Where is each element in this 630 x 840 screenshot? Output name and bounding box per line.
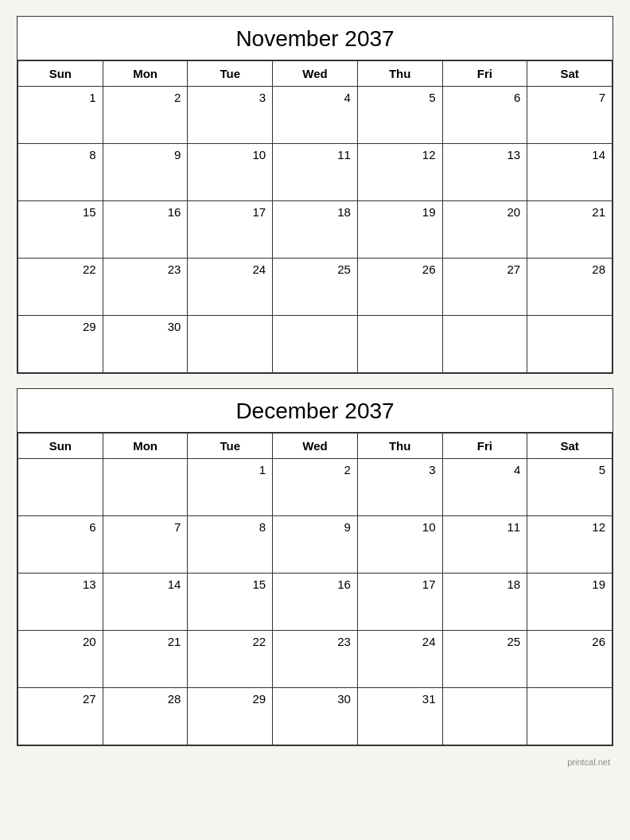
day-cell: 21	[527, 201, 612, 259]
day-cell	[442, 316, 527, 373]
day-cell: 12	[357, 144, 442, 201]
day-cell: 9	[103, 144, 188, 201]
day-cell: 19	[527, 574, 612, 631]
table-row: 22232425262728	[18, 259, 612, 316]
day-cell	[357, 316, 442, 373]
day-cell: 10	[188, 144, 273, 201]
day-cell: 22	[18, 259, 103, 316]
day-cell: 15	[18, 201, 103, 259]
day-cell	[527, 316, 612, 373]
day-cell	[188, 316, 273, 373]
december-table: Sun Mon Tue Wed Thu Fri Sat 123456789101…	[18, 433, 612, 745]
table-row: 2728293031	[18, 688, 612, 745]
day-cell: 2	[103, 87, 188, 144]
day-cell: 8	[18, 144, 103, 201]
day-cell: 12	[527, 516, 612, 574]
day-cell: 27	[18, 688, 103, 745]
day-cell: 4	[442, 459, 527, 516]
table-row: 13141516171819	[18, 574, 612, 631]
day-cell: 26	[527, 631, 612, 688]
day-cell: 13	[442, 144, 527, 201]
table-row: 20212223242526	[18, 631, 612, 688]
november-header-row: Sun Mon Tue Wed Thu Fri Sat	[18, 61, 612, 87]
nov-header-tue: Tue	[188, 61, 273, 87]
watermark: printcal.net	[17, 757, 613, 767]
day-cell: 7	[103, 516, 188, 574]
table-row: 891011121314	[18, 144, 612, 201]
dec-header-tue: Tue	[188, 434, 273, 459]
day-cell: 3	[357, 459, 442, 516]
dec-header-mon: Mon	[103, 434, 188, 459]
december-title: December 2037	[18, 389, 612, 433]
day-cell: 18	[273, 201, 358, 259]
day-cell	[273, 316, 358, 373]
nov-header-sun: Sun	[18, 61, 103, 87]
dec-header-sat: Sat	[527, 434, 612, 459]
day-cell: 15	[188, 574, 273, 631]
day-cell: 16	[103, 201, 188, 259]
november-calendar: November 2037 Sun Mon Tue Wed Thu Fri Sa…	[17, 16, 613, 374]
day-cell: 7	[527, 87, 612, 144]
day-cell	[442, 688, 527, 745]
day-cell: 27	[442, 259, 527, 316]
table-row: 1234567	[18, 87, 612, 144]
day-cell: 23	[273, 631, 358, 688]
day-cell: 19	[357, 201, 442, 259]
day-cell	[18, 459, 103, 516]
table-row: 15161718192021	[18, 201, 612, 259]
day-cell: 29	[18, 316, 103, 373]
day-cell: 1	[188, 459, 273, 516]
day-cell: 5	[357, 87, 442, 144]
nov-header-mon: Mon	[103, 61, 188, 87]
day-cell: 2	[273, 459, 358, 516]
day-cell: 18	[442, 574, 527, 631]
day-cell	[527, 688, 612, 745]
day-cell: 28	[103, 688, 188, 745]
day-cell: 6	[18, 516, 103, 574]
day-cell: 25	[273, 259, 358, 316]
day-cell: 20	[442, 201, 527, 259]
day-cell: 22	[188, 631, 273, 688]
nov-header-wed: Wed	[273, 61, 358, 87]
day-cell: 14	[527, 144, 612, 201]
dec-header-fri: Fri	[442, 434, 527, 459]
day-cell: 3	[188, 87, 273, 144]
day-cell: 17	[357, 574, 442, 631]
dec-header-wed: Wed	[273, 434, 358, 459]
day-cell: 10	[357, 516, 442, 574]
november-table: Sun Mon Tue Wed Thu Fri Sat 123456789101…	[18, 60, 612, 373]
december-calendar: December 2037 Sun Mon Tue Wed Thu Fri Sa…	[17, 388, 613, 746]
day-cell: 20	[18, 631, 103, 688]
day-cell: 30	[103, 316, 188, 373]
day-cell: 5	[527, 459, 612, 516]
nov-header-fri: Fri	[442, 61, 527, 87]
november-body: 1234567891011121314151617181920212223242…	[18, 87, 612, 373]
day-cell: 1	[18, 87, 103, 144]
day-cell: 13	[18, 574, 103, 631]
nov-header-sat: Sat	[527, 61, 612, 87]
day-cell: 4	[273, 87, 358, 144]
day-cell: 24	[357, 631, 442, 688]
day-cell: 28	[527, 259, 612, 316]
table-row: 6789101112	[18, 516, 612, 574]
day-cell	[103, 459, 188, 516]
nov-header-thu: Thu	[357, 61, 442, 87]
day-cell: 14	[103, 574, 188, 631]
dec-header-sun: Sun	[18, 434, 103, 459]
day-cell: 11	[442, 516, 527, 574]
day-cell: 24	[188, 259, 273, 316]
day-cell: 17	[188, 201, 273, 259]
dec-header-thu: Thu	[357, 434, 442, 459]
day-cell: 8	[188, 516, 273, 574]
table-row: 2930	[18, 316, 612, 373]
day-cell: 31	[357, 688, 442, 745]
day-cell: 6	[442, 87, 527, 144]
day-cell: 21	[103, 631, 188, 688]
day-cell: 11	[273, 144, 358, 201]
day-cell: 29	[188, 688, 273, 745]
day-cell: 16	[273, 574, 358, 631]
november-title: November 2037	[18, 17, 612, 60]
december-header-row: Sun Mon Tue Wed Thu Fri Sat	[18, 434, 612, 459]
table-row: 12345	[18, 459, 612, 516]
day-cell: 9	[273, 516, 358, 574]
